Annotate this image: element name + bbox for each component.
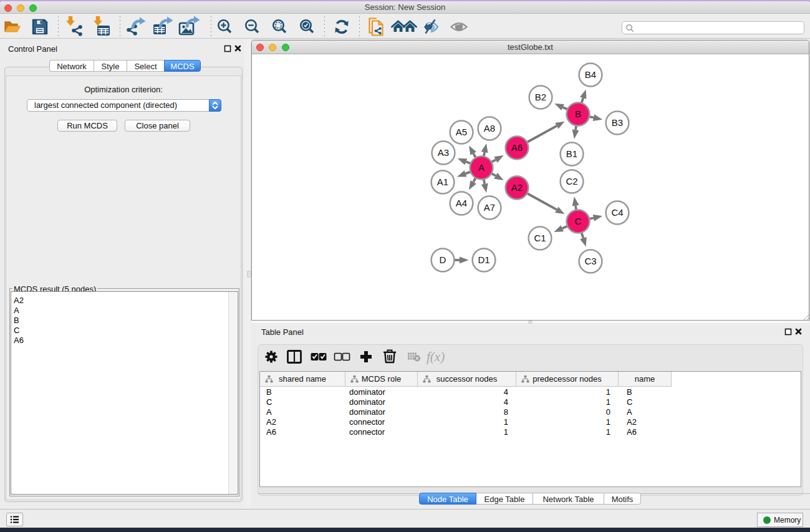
svg-text:A1: A1 (437, 177, 448, 187)
svg-text:D: D (440, 254, 446, 265)
svg-text:A6: A6 (511, 142, 523, 153)
svg-text:A4: A4 (456, 198, 467, 208)
svg-text:B2: B2 (535, 92, 546, 102)
svg-text:B1: B1 (566, 148, 577, 159)
svg-text:C2: C2 (566, 176, 577, 186)
svg-text:f(x): f(x) (427, 349, 445, 364)
svg-text:A5: A5 (456, 127, 467, 137)
svg-text:A8: A8 (484, 123, 495, 133)
svg-text:A7: A7 (484, 202, 495, 213)
svg-text:A2: A2 (511, 182, 523, 193)
svg-text:C4: C4 (611, 207, 623, 218)
svg-text:C1: C1 (534, 233, 546, 243)
svg-text:B4: B4 (585, 69, 596, 80)
svg-text:B: B (575, 109, 581, 119)
svg-text:D1: D1 (478, 254, 489, 265)
svg-text:C: C (575, 216, 582, 226)
svg-text:A: A (478, 162, 485, 173)
svg-text:C3: C3 (584, 256, 596, 266)
svg-text:A3: A3 (438, 147, 449, 158)
svg-text:B3: B3 (612, 117, 623, 128)
